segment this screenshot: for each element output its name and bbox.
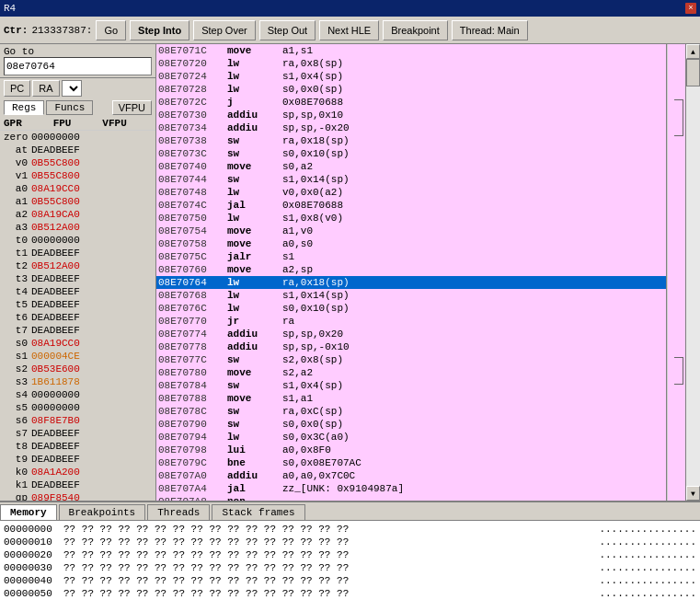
close-button[interactable]: × (685, 3, 696, 14)
reg-val-s6: 08F8E7B0 (31, 415, 152, 426)
step-over-button[interactable]: Step Over (193, 20, 256, 40)
reg-row-k0[interactable]: k008A1A200 (0, 466, 155, 478)
reg-row-k1[interactable]: k1DEADBEEF (0, 478, 155, 491)
step-into-button[interactable]: Step Into (130, 20, 189, 40)
breakpoint-button[interactable]: Breakpoint (383, 20, 448, 40)
reg-row-s1[interactable]: s1000004CE (0, 350, 155, 363)
disasm-row-08E70760[interactable]: 08E70760movea2,sp (156, 263, 666, 276)
disasm-row-08E70778[interactable]: 08E70778addiusp,sp,-0x10 (156, 340, 666, 353)
ra-button[interactable]: RA (32, 80, 59, 97)
disasm-addr: 08E70724 (158, 71, 227, 82)
disasm-row-08E7078C[interactable]: 08E7078Cswra,0xC(sp) (156, 405, 666, 418)
disasm-row-08E7079C[interactable]: 08E7079Cbnes0,0x08E707AC (156, 456, 666, 469)
disasm-scrollbar[interactable]: ▲ ▼ (685, 44, 700, 501)
reg-row-s6[interactable]: s608F8E7B0 (0, 414, 155, 427)
reg-row-zero[interactable]: zero00000000 (0, 131, 155, 144)
disasm-ops: s1,0x4(sp) (282, 71, 664, 82)
thread-button[interactable]: Thread: Main (452, 20, 528, 40)
reg-row-s3[interactable]: s31B611878 (0, 375, 155, 388)
disasm-row-08E70728[interactable]: 08E70728lws0,0x0(sp) (156, 83, 666, 96)
disasm-row-08E70748[interactable]: 08E70748lwv0,0x0(a2) (156, 186, 666, 199)
reg-name-t2: t2 (4, 260, 31, 271)
disasm-row-08E7073C[interactable]: 08E7073Csws0,0x10(sp) (156, 147, 666, 160)
disasm-row-08E70798[interactable]: 08E70798luia0,0x8F0 (156, 444, 666, 456)
next-hle-button[interactable]: Next HLE (319, 20, 379, 40)
disasm-mnem: move (227, 225, 282, 236)
disasm-row-08E70770[interactable]: 08E70770jrra (156, 315, 666, 328)
disasm-row-08E7075C[interactable]: 08E7075Cjalrs1 (156, 250, 666, 263)
disasm-row-08E70724[interactable]: 08E70724lws1,0x4(sp) (156, 70, 666, 83)
disasm-ops: s1,0x4(sp) (282, 380, 664, 391)
reg-row-t4[interactable]: t4DEADBEEF (0, 285, 155, 298)
disasm-row-08E707A8[interactable]: 08E707A8nop (156, 495, 666, 501)
disasm-row-08E707A0[interactable]: 08E707A0addiua0,a0,0x7C0C (156, 469, 666, 482)
disasm-row-08E7074C[interactable]: 08E7074Cjal0x08E70688 (156, 199, 666, 212)
disasm-mnem: move (227, 45, 282, 56)
disasm-row-08E70768[interactable]: 08E70768lws1,0x14(sp) (156, 289, 666, 302)
pc-button[interactable]: PC (4, 80, 30, 97)
reg-row-t9[interactable]: t9DEADBEEF (0, 453, 155, 466)
disasm-row-08E7076C[interactable]: 08E7076Clws0,0x10(sp) (156, 302, 666, 315)
reg-row-gp[interactable]: gp089F8540 (0, 491, 155, 501)
reg-row-t0[interactable]: t000000000 (0, 234, 155, 247)
disasm-addr: 08E70764 (158, 277, 227, 288)
disasm-row-08E70738[interactable]: 08E70738swra,0x18(sp) (156, 134, 666, 147)
disasm-row-08E70730[interactable]: 08E70730addiusp,sp,0x10 (156, 109, 666, 121)
reg-row-t8[interactable]: t8DEADBEEF (0, 440, 155, 453)
disasm-row-08E70740[interactable]: 08E70740moves0,a2 (156, 160, 666, 173)
reg-row-s5[interactable]: s500000000 (0, 401, 155, 414)
disasm-mnem: lw (227, 277, 282, 288)
reg-row-s4[interactable]: s400000000 (0, 388, 155, 401)
disasm-row-08E70744[interactable]: 08E70744sws1,0x14(sp) (156, 173, 666, 186)
reg-row-t7[interactable]: t7DEADBEEF (0, 324, 155, 337)
reg-row-a3[interactable]: a30B512A00 (0, 221, 155, 234)
ra-dropdown[interactable] (62, 80, 82, 97)
bottom-tab-stack-frames[interactable]: Stack frames (212, 504, 304, 520)
disasm-row-08E7077C[interactable]: 08E7077Csws2,0x8(sp) (156, 353, 666, 366)
disasm-row-08E707A4[interactable]: 08E707A4jalzz_[UNK: 0x9104987a] (156, 482, 666, 495)
disasm-row-08E70754[interactable]: 08E70754movea1,v0 (156, 225, 666, 237)
reg-val-at: DEADBEEF (31, 144, 152, 156)
reg-row-s2[interactable]: s20B53E600 (0, 363, 155, 375)
bottom-tab-threads[interactable]: Threads (147, 504, 210, 520)
disasm-row-08E7071C[interactable]: 08E7071Cmovea1,s1 (156, 44, 666, 57)
disasm-row-08E70790[interactable]: 08E70790sws0,0x0(sp) (156, 418, 666, 431)
disasm-row-08E70750[interactable]: 08E70750lws1,0x8(v0) (156, 212, 666, 225)
reg-row-t1[interactable]: t1DEADBEEF (0, 247, 155, 259)
reg-row-a2[interactable]: a208A19CA0 (0, 208, 155, 221)
funcs-tab[interactable]: Funcs (46, 100, 93, 115)
bottom-tab-memory[interactable]: Memory (0, 504, 57, 520)
disasm-row-08E70734[interactable]: 08E70734addiusp,sp,-0x20 (156, 121, 666, 134)
disasm-row-08E70794[interactable]: 08E70794lws0,0x3C(a0) (156, 431, 666, 444)
go-button[interactable]: Go (96, 20, 126, 40)
regs-tab[interactable]: Regs (4, 100, 44, 115)
disasm-mnem: lw (227, 432, 282, 443)
disasm-row-08E70720[interactable]: 08E70720lwra,0x8(sp) (156, 57, 666, 70)
disasm-row-08E70764[interactable]: 08E70764lwra,0x18(sp) (156, 276, 666, 289)
bottom-tab-breakpoints[interactable]: Breakpoints (59, 504, 146, 520)
step-out-button[interactable]: Step Out (259, 20, 316, 40)
reg-row-t6[interactable]: t6DEADBEEF (0, 311, 155, 324)
disasm-row-08E70774[interactable]: 08E70774addiusp,sp,0x20 (156, 328, 666, 340)
reg-row-t5[interactable]: t5DEADBEEF (0, 298, 155, 311)
disasm-row-08E7072C[interactable]: 08E7072Cj0x08E70688 (156, 96, 666, 109)
reg-row-t3[interactable]: t3DEADBEEF (0, 272, 155, 285)
reg-row-s0[interactable]: s008A19CC0 (0, 337, 155, 350)
reg-row-v0[interactable]: v00B55C800 (0, 156, 155, 169)
disasm-row-08E70784[interactable]: 08E70784sws1,0x4(sp) (156, 379, 666, 392)
disasm-row-08E70758[interactable]: 08E70758movea0,s0 (156, 237, 666, 250)
reg-name-a2: a2 (4, 209, 31, 220)
reg-row-a1[interactable]: a10B55C800 (0, 195, 155, 208)
reg-row-v1[interactable]: v10B55C800 (0, 169, 155, 182)
scroll-up-button[interactable]: ▲ (686, 44, 700, 59)
vfpu-button[interactable]: VFPU (112, 100, 152, 115)
reg-row-t2[interactable]: t20B512A00 (0, 259, 155, 272)
disasm-row-08E70788[interactable]: 08E70788moves1,a1 (156, 392, 666, 405)
reg-row-at[interactable]: atDEADBEEF (0, 144, 155, 156)
reg-row-s7[interactable]: s7DEADBEEF (0, 427, 155, 440)
scroll-thumb[interactable] (686, 59, 700, 86)
reg-row-a0[interactable]: a008A19CC0 (0, 182, 155, 195)
scroll-down-button[interactable]: ▼ (686, 486, 700, 501)
disasm-row-08E70780[interactable]: 08E70780moves2,a2 (156, 366, 666, 379)
goto-input[interactable] (4, 57, 152, 75)
